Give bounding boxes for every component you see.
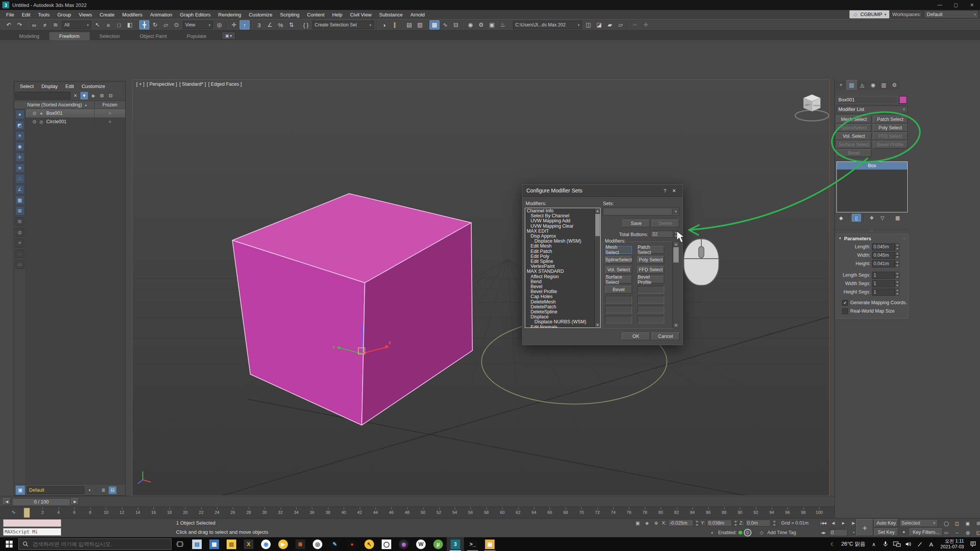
layers-icon[interactable]: ≣: [100, 486, 107, 494]
select-and-link-icon[interactable]: ∞: [29, 20, 39, 29]
item-customize[interactable]: Customize: [78, 83, 108, 89]
filter-lights-icon[interactable]: ☀: [15, 131, 24, 140]
paste-icon[interactable]: ✚: [641, 20, 651, 29]
item-width-segs-spinner[interactable]: ▴▾: [895, 280, 900, 287]
filter-shapes-icon[interactable]: ◩: [15, 121, 24, 130]
item-file[interactable]: File: [2, 12, 18, 18]
y-coordinate-field[interactable]: 0.038m: [707, 520, 732, 527]
visibility-eye-icon[interactable]: ⊙: [31, 119, 38, 124]
window-crossing-icon[interactable]: ◧: [125, 20, 135, 29]
item-ffd-select-button[interactable]: FFD Select: [637, 266, 664, 274]
item-customize[interactable]: Customize: [245, 12, 276, 18]
spinner-up-icon[interactable]: ▴: [895, 272, 900, 275]
workspace-dropdown[interactable]: Default ▾: [924, 10, 978, 18]
explorer-preset-dropdown[interactable]: Default: [27, 486, 84, 494]
asset-library-icon[interactable]: ◫: [583, 20, 593, 29]
modifier-list-box[interactable]: Channel InfoSelect By ChannelUVW Mapping…: [525, 208, 601, 328]
schematic-view-icon[interactable]: ⊟: [451, 20, 461, 29]
item-scripting[interactable]: Scripting: [276, 12, 304, 18]
app-xshell[interactable]: X: [240, 537, 257, 551]
select-and-scale-icon[interactable]: ▱: [161, 20, 171, 29]
filter-helpers-icon[interactable]: ✛: [15, 153, 24, 162]
spinner-up-icon[interactable]: ▴: [895, 252, 900, 255]
counter-badge[interactable]: 0: [744, 529, 751, 536]
set-key-button[interactable]: Set Key: [874, 528, 898, 536]
hidden-icons-chevron[interactable]: ∧: [869, 537, 879, 551]
cut-icon[interactable]: ✂: [630, 20, 640, 29]
zoom-region-icon[interactable]: ▭: [942, 528, 951, 537]
perspective-viewport[interactable]: [ + ] [ Perspective ] [ Standard* ] [ Ed…: [132, 79, 830, 496]
modifier-list-dropdown[interactable]: Modifier List ▼: [836, 106, 908, 113]
item-rendering[interactable]: Rendering: [214, 12, 245, 18]
pan-icon[interactable]: ⇔: [952, 528, 962, 537]
ribbon-config-dropdown[interactable]: ▣ ▾: [222, 32, 235, 39]
curve-editor-icon[interactable]: ∿: [440, 20, 450, 29]
item-height-segs-spinner[interactable]: ▴▾: [895, 289, 900, 295]
clock[interactable]: 오전 1:11 2021-07-03: [938, 538, 967, 550]
local-content-icon[interactable]: ▱: [616, 20, 626, 29]
app-w[interactable]: W: [412, 537, 430, 551]
redo-icon[interactable]: ↷: [15, 20, 24, 29]
app-calculator[interactable]: ▦: [206, 537, 223, 551]
lock-explorer-icon[interactable]: ◈: [89, 92, 97, 99]
item-width-spinner[interactable]: ▴▾: [895, 252, 900, 259]
item-length-segs-field[interactable]: 1: [872, 272, 895, 279]
total-buttons-spinner[interactable]: ▴▾: [674, 231, 678, 238]
select-and-rotate-icon[interactable]: ↻: [150, 20, 160, 29]
dialog-close-button[interactable]: ✕: [670, 186, 679, 195]
filter-frozen-icon[interactable]: ✳: [15, 238, 24, 248]
auto-key-button[interactable]: Auto Key: [874, 519, 898, 527]
frozen-column-header[interactable]: Frozen: [95, 102, 125, 108]
item-arnold[interactable]: Arnold: [407, 12, 429, 18]
item-uvw-mapping-clear-list-item[interactable]: UVW Mapping Clear: [525, 224, 600, 229]
reference-coordinate-dropdown[interactable]: View▾: [183, 21, 213, 29]
motion-tab[interactable]: ◉: [868, 80, 878, 90]
previous-frame-icon[interactable]: ◀|: [829, 519, 838, 527]
filter-selection-sets-icon[interactable]: ▭: [15, 260, 24, 269]
app-notepad[interactable]: ▤: [188, 537, 206, 551]
viewcube[interactable]: LEFT FRONT: [795, 95, 829, 121]
user-account-button[interactable]: ☺ CGBUMP ▾: [849, 10, 889, 18]
microphone-icon[interactable]: [880, 537, 891, 551]
delete-set-button[interactable]: Delete: [652, 220, 679, 227]
key-filters-button[interactable]: Key Filters...: [910, 528, 942, 536]
y-spinner[interactable]: ▴▾: [733, 520, 738, 527]
item-group[interactable]: Group: [54, 12, 75, 18]
scene-explorer-toggle-icon[interactable]: ▤: [404, 20, 414, 29]
rectangular-selection-icon[interactable]: □: [114, 20, 124, 29]
dialog-help-button[interactable]: ?: [660, 186, 670, 195]
app-audio[interactable]: ◉: [395, 537, 412, 551]
start-button[interactable]: [0, 537, 18, 551]
item-select[interactable]: Select: [16, 83, 37, 89]
app-color-bars[interactable]: ≣: [292, 537, 309, 551]
item-real-world-map-size-checkbox[interactable]: [842, 308, 848, 314]
item-modifiers[interactable]: Modifiers: [118, 12, 146, 18]
spinner-down-icon[interactable]: ▾: [895, 292, 900, 295]
item-length-spinner[interactable]: ▴▾: [895, 243, 900, 250]
selection-set-dropdown[interactable]: Selected ▼: [900, 519, 938, 527]
zoom-icon[interactable]: ◯: [942, 519, 951, 528]
create-tab[interactable]: ＋: [836, 80, 846, 90]
item-graph-editors[interactable]: Graph Editors: [176, 12, 214, 18]
render-setup-icon[interactable]: ⚙: [476, 20, 486, 29]
item-display[interactable]: Display: [38, 83, 61, 89]
item-cap-holes-list-item[interactable]: Cap Holes: [525, 294, 600, 299]
item-uvw-mapping-add-list-item[interactable]: UVW Mapping Add: [525, 218, 600, 223]
filter-hidden-icon[interactable]: ◌: [15, 249, 24, 258]
scroll-thumb[interactable]: [673, 247, 679, 262]
inherit-container-icon[interactable]: ▰: [605, 20, 615, 29]
ok-button[interactable]: OK: [622, 333, 650, 340]
list-scrollbar[interactable]: ▲ ▼: [595, 208, 600, 328]
stack-item-box[interactable]: Box: [837, 162, 907, 170]
select-by-name-icon[interactable]: ≡: [103, 20, 113, 29]
select-and-manipulate-icon[interactable]: ✛: [229, 20, 239, 29]
spinner-snap-icon[interactable]: ⇅: [286, 20, 296, 29]
weather-text[interactable]: 26°C 맑음: [839, 541, 867, 548]
item-substance[interactable]: Substance: [376, 12, 407, 18]
zoom-extents-icon[interactable]: ▣: [963, 519, 972, 528]
item-max-standard-list-item[interactable]: MAX STANDARD: [525, 269, 600, 274]
pin-stack-icon[interactable]: ◆: [836, 214, 846, 222]
item-mesh-select-button[interactable]: Mesh Select: [605, 246, 632, 254]
material-editor-icon[interactable]: ◉: [466, 20, 475, 29]
maxscript-mini-listener[interactable]: MAXScript Mi: [3, 528, 61, 536]
